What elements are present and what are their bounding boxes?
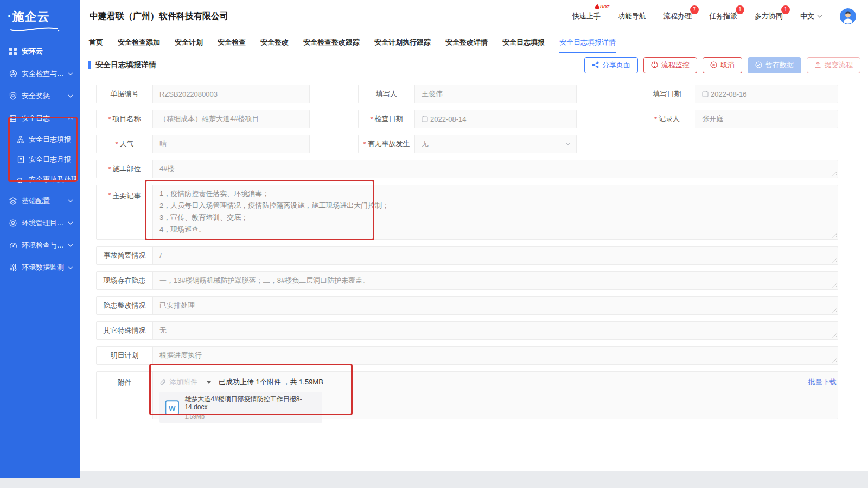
sidebar-item-env-check-rectify[interactable]: 环境检查与整改 — [0, 234, 80, 256]
sidebar-item-env-data-monitor[interactable]: 环境数据监测 — [0, 256, 80, 278]
nav-quick-start[interactable]: HOT 快速上手 — [572, 11, 601, 21]
construction-part-value[interactable]: 4#楼 — [153, 160, 838, 178]
tab-safety-check[interactable]: 安全检查 — [218, 33, 246, 53]
tab-safety-plan[interactable]: 安全计划 — [175, 33, 203, 53]
paperclip-icon — [159, 379, 166, 386]
sidebar-item-label: 环境管理目标与... — [22, 218, 68, 228]
form-row: 单据编号 RZSB2022080003 填写人 王俊伟 填写日期 2022-08… — [96, 85, 838, 103]
field-label: 其它特殊情况 — [97, 322, 153, 339]
field-label: *检查日期 — [359, 110, 415, 128]
logo-text: 施企云 — [12, 9, 50, 25]
form-row: 事故简要情况 / — [96, 246, 838, 265]
tab-safety-rectify[interactable]: 安全整改 — [260, 33, 289, 53]
notes-line: 4，现场巡查。 — [159, 224, 831, 236]
nav-task-assign[interactable]: 1 任务指派 — [709, 11, 737, 21]
check-date-value[interactable]: 2022-08-14 — [415, 110, 576, 128]
nav-process-handling[interactable]: 7 流程办理 — [663, 11, 692, 21]
chevron-down-icon — [565, 142, 571, 145]
sidebar-subitem-safety-log-fill[interactable]: 安全日志填报 — [0, 129, 80, 149]
attachment-dropdown-caret[interactable] — [207, 381, 211, 384]
filler-value[interactable]: 王俊伟 — [415, 85, 576, 103]
site-hazards-value[interactable]: 一，13#楼钢筋机械防护罩脱落；二，8#楼负二层洞口防护未覆盖。 — [153, 272, 838, 289]
process-monitor-button[interactable]: 流程监控 — [643, 57, 697, 73]
sidebar-subitem-safety-log-monthly[interactable]: 安全日志月报 — [0, 149, 80, 169]
top-header: 中建君联（广州）软件科技有限公司 HOT 快速上手 功能导航 7 流程办理 1 … — [80, 0, 868, 33]
chevron-down-icon — [817, 15, 822, 18]
tab-safety-check-rectify-track[interactable]: 安全检查整改跟踪 — [303, 33, 360, 53]
language-selector[interactable]: 中文 — [800, 11, 822, 21]
safety-log-form: 单据编号 RZSB2022080003 填写人 王俊伟 填写日期 2022-08… — [80, 77, 868, 419]
tab-safety-log-fill-detail[interactable]: 安全日志填报详情 — [559, 33, 616, 53]
required-mark: * — [115, 140, 118, 148]
file-size: 1.59Mb — [184, 413, 317, 420]
layers-icon — [9, 197, 17, 205]
tab-safety-check-add[interactable]: 安全检查添加 — [118, 33, 160, 53]
avatar[interactable] — [840, 8, 856, 24]
attachment-file-item[interactable]: W 雄楚大道4#楼项目部疫情防控工作日报8-14.docx 1.59Mb — [159, 392, 322, 423]
fill-date-value[interactable]: 2022-08-16 — [695, 85, 838, 103]
share-page-button[interactable]: 分享页面 — [584, 57, 638, 73]
recorder-value[interactable]: 张开庭 — [695, 110, 838, 128]
svg-text:W: W — [169, 404, 176, 412]
company-name: 中建君联（广州）软件科技有限公司 — [90, 11, 228, 22]
field-label: *天气 — [97, 135, 153, 153]
other-special-value[interactable]: 无 — [153, 322, 838, 339]
sidebar-item-label: 基础配置 — [22, 196, 68, 206]
nav-multi-collab[interactable]: 1 多方协同 — [755, 11, 783, 21]
tab-safety-plan-exec-track[interactable]: 安全计划执行跟踪 — [374, 33, 431, 53]
field-attachment: 附件 添加附件 已成功上传 1个附件 ，共 1.59MB — [96, 371, 838, 419]
project-name-value[interactable]: （精细成本）雄楚大道4#楼项目 — [153, 110, 309, 128]
sidebar-item-safety-check-rectify[interactable]: 安全检查与整改 — [0, 62, 80, 85]
sidebar-item-safety-reward[interactable]: 安全奖惩 — [0, 85, 80, 107]
main-notes-textarea[interactable]: 1，疫情防控责任落实、环境消毒； 2，人员每日入场管理情况，疫情防控隔离设施，施… — [153, 185, 838, 239]
required-mark: * — [108, 165, 111, 173]
cancel-button[interactable]: 取消 — [703, 57, 742, 73]
app-logo: · 施企云 — [0, 0, 80, 27]
save-draft-button[interactable]: 暂存数据 — [748, 57, 801, 73]
sidebar-subitem-safety-accident[interactable]: 安全事故及处理 — [0, 169, 80, 189]
form-row: 现场存在隐患 一，13#楼钢筋机械防护罩脱落；二，8#楼负二层洞口防护未覆盖。 — [96, 271, 838, 290]
field-project-name: *项目名称 （精细成本）雄楚大道4#楼项目 — [96, 110, 310, 128]
divider — [202, 378, 202, 386]
form-row: *项目名称 （精细成本）雄楚大道4#楼项目 *检查日期 2022-08-14 *… — [96, 110, 838, 128]
nav-label: 多方协同 — [755, 12, 783, 20]
hazard-rectification-value[interactable]: 已安排处理 — [153, 297, 838, 314]
batch-download-link[interactable]: 批量下载 — [808, 377, 837, 387]
weather-value[interactable]: 晴 — [153, 135, 309, 153]
accident-occurred-select[interactable]: 无 — [415, 135, 576, 153]
field-label: 填写人 — [359, 85, 415, 103]
form-row: 其它特殊情况 无 — [96, 321, 838, 340]
add-attachment-button[interactable]: 添加附件 — [159, 377, 197, 387]
form-row: 明日计划 根据进度执行 — [96, 346, 838, 365]
field-label: 单据编号 — [97, 85, 153, 103]
title-bar: 安全日志填报详情 分享页面 流程监控 取消 暂存数据 提交流程 — [80, 53, 868, 77]
field-label: *记录人 — [639, 110, 695, 128]
sidebar-item-anhuanyun[interactable]: 安环云 — [0, 40, 80, 62]
shield-icon — [9, 92, 17, 100]
tab-home[interactable]: 首页 — [89, 33, 103, 53]
nav-function-guide[interactable]: 功能导航 — [618, 11, 646, 21]
field-other-special: 其它特殊情况 无 — [96, 321, 838, 340]
required-mark: * — [108, 191, 111, 199]
tab-safety-rectify-detail[interactable]: 安全整改详情 — [445, 33, 488, 53]
sidebar-item-basic-config[interactable]: 基础配置 — [0, 189, 80, 212]
sidebar-item-label: 安全日志 — [22, 113, 68, 123]
tomorrow-plan-value[interactable]: 根据进度执行 — [153, 347, 838, 364]
accident-brief-value[interactable]: / — [153, 247, 838, 264]
document-icon — [16, 156, 25, 163]
sidebar-item-env-target[interactable]: 环境管理目标与... — [0, 212, 80, 234]
forklift-icon — [16, 176, 25, 183]
file-name: 雄楚大道4#楼项目部疫情防控工作日报8-14.docx — [184, 395, 317, 411]
field-fill-date: 填写日期 2022-08-16 — [639, 85, 838, 103]
form-row: 附件 添加附件 已成功上传 1个附件 ，共 1.59MB — [96, 371, 838, 419]
nav-label: 快速上手 — [572, 12, 601, 20]
sidebar-item-label: 安全奖惩 — [22, 91, 68, 101]
tab-safety-log-fill[interactable]: 安全日志填报 — [502, 33, 545, 53]
sidebar-item-safety-log[interactable]: 安全日志 — [0, 107, 80, 129]
submit-process-button[interactable]: 提交流程 — [807, 57, 860, 73]
count-badge: 1 — [781, 5, 790, 14]
document-number-value[interactable]: RZSB2022080003 — [153, 85, 309, 103]
notes-line: 3，宣传、教育培训、交底； — [159, 212, 831, 224]
calendar-icon — [702, 91, 709, 97]
field-check-date: *检查日期 2022-08-14 — [358, 110, 577, 128]
